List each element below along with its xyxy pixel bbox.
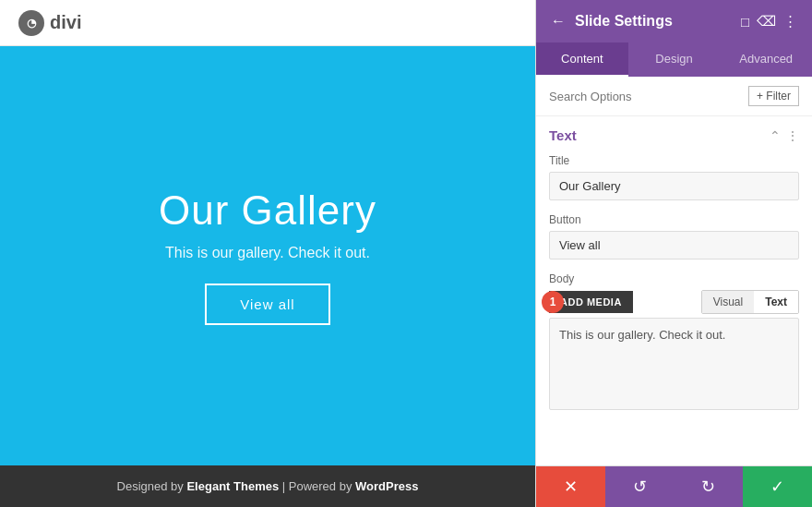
text-tab[interactable]: Text (754, 291, 798, 313)
panel-title: Slide Settings (575, 13, 732, 30)
collapse-icon[interactable]: ⌃ (770, 128, 781, 143)
visual-tab[interactable]: Visual (702, 291, 754, 313)
body-label: Body (549, 272, 799, 285)
section-more-icon[interactable]: ⋮ (786, 128, 799, 143)
panel-body: Text ⌃ ⋮ Title Button Body 1 ADD MEDIA (536, 116, 812, 465)
button-field-group: Button (549, 213, 799, 260)
slide-title: Our Gallery (159, 187, 376, 234)
cancel-button[interactable]: ✕ (536, 466, 605, 507)
tab-design[interactable]: Design (628, 42, 721, 77)
filter-button[interactable]: + Filter (748, 86, 799, 106)
search-input[interactable] (549, 90, 741, 103)
add-media-wrapper: 1 ADD MEDIA (549, 291, 633, 313)
slide-settings-panel: ← Slide Settings □ ⌫ ⋮ Content Design Ad… (535, 0, 812, 507)
body-field-group: Body 1 ADD MEDIA Visual Text This is our… (549, 272, 799, 410)
divi-logo: ◔ divi (18, 10, 81, 36)
fullscreen-icon[interactable]: □ (741, 14, 749, 30)
title-field-group: Title (549, 154, 799, 200)
button-label: Button (549, 213, 799, 226)
section-title: Text (549, 127, 577, 143)
editor-view-tabs: Visual Text (701, 290, 799, 314)
undo-button[interactable]: ↺ (605, 466, 675, 507)
logo-text: divi (50, 12, 81, 33)
panel-tabs: Content Design Advanced (536, 42, 812, 77)
slide-content: Our Gallery This is our gallery. Check i… (159, 187, 376, 325)
panel-header-actions: □ ⌫ ⋮ (741, 13, 797, 30)
logo-icon: ◔ (18, 10, 44, 36)
top-bar: ◔ divi (0, 0, 535, 46)
slide-subtitle: This is our gallery. Check it out. (159, 245, 376, 261)
slide-canvas: Our Gallery This is our gallery. Check i… (0, 46, 535, 465)
canvas-area: ◔ divi Our Gallery This is our gallery. … (0, 0, 535, 507)
title-input[interactable] (549, 172, 799, 200)
footer-bar: Designed by Elegant Themes | Powered by … (0, 465, 535, 507)
split-icon[interactable]: ⌫ (757, 13, 776, 30)
title-label: Title (549, 154, 799, 167)
tab-advanced[interactable]: Advanced (720, 42, 812, 77)
editor-toolbar: 1 ADD MEDIA Visual Text (549, 290, 799, 314)
annotation-badge: 1 (542, 291, 564, 313)
panel-footer: ✕ ↺ ↻ ✓ (536, 465, 812, 507)
button-input[interactable] (549, 231, 799, 260)
section-actions: ⌃ ⋮ (770, 128, 799, 143)
body-editor[interactable]: This is our gallery. Check it out. (549, 318, 799, 410)
panel-header: ← Slide Settings □ ⌫ ⋮ (536, 0, 812, 42)
slide-view-all-button[interactable]: View all (205, 284, 329, 325)
back-icon[interactable]: ← (551, 13, 566, 30)
footer-text: Designed by Elegant Themes | Powered by … (117, 479, 419, 493)
panel-search: + Filter (536, 77, 812, 116)
save-button[interactable]: ✓ (743, 466, 812, 507)
redo-button[interactable]: ↻ (675, 466, 744, 507)
more-icon[interactable]: ⋮ (783, 13, 797, 30)
tab-content[interactable]: Content (536, 42, 628, 77)
text-section-header: Text ⌃ ⋮ (549, 127, 799, 143)
